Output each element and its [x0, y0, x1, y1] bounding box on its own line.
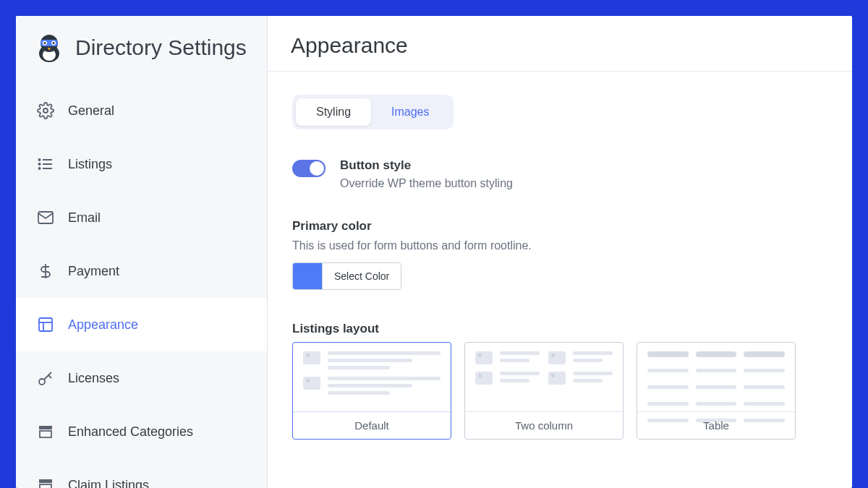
layout-option-two-column[interactable]: Two column: [464, 342, 624, 440]
sidebar-item-listings[interactable]: Listings: [16, 137, 267, 191]
sidebar-item-label: Listings: [68, 157, 112, 172]
select-color-button[interactable]: Select Color: [322, 263, 401, 289]
archive-icon: [36, 476, 55, 488]
button-style-row: Button style Override WP theme button st…: [292, 158, 827, 190]
dollar-icon: [36, 262, 55, 281]
layout-icon: [36, 315, 55, 334]
logo-icon: [33, 32, 65, 64]
sidebar-item-appearance[interactable]: Appearance: [16, 298, 267, 351]
button-style-desc: Override WP theme button styling: [340, 177, 513, 190]
layout-option-table[interactable]: Table: [637, 342, 796, 440]
svg-point-21: [39, 379, 45, 385]
layout-label: Default: [293, 412, 451, 439]
main-header: Appearance: [268, 16, 852, 72]
svg-rect-25: [40, 431, 51, 437]
app-window: Directory Settings General: [16, 16, 852, 488]
svg-point-9: [43, 108, 48, 113]
layout-label: Two column: [465, 412, 623, 439]
sidebar-item-label: Enhanced Categories: [68, 424, 193, 440]
sidebar-item-label: Claim Listings: [68, 478, 149, 489]
layout-label: Table: [637, 412, 795, 439]
sidebar-item-licenses[interactable]: Licenses: [16, 351, 267, 405]
listings-layout-section: Listings layout Default: [292, 322, 827, 440]
color-picker: Select Color: [292, 262, 401, 290]
sidebar-item-email[interactable]: Email: [16, 191, 267, 244]
tabs: Styling Images: [292, 95, 454, 129]
sidebar-item-claim-listings[interactable]: Claim Listings: [16, 458, 267, 488]
main-content: Styling Images Button style Override WP …: [268, 72, 852, 463]
sidebar-item-enhanced-categories[interactable]: Enhanced Categories: [16, 405, 267, 458]
svg-point-14: [39, 163, 41, 165]
listings-layout-title: Listings layout: [292, 322, 827, 336]
sidebar-item-label: Payment: [68, 264, 119, 279]
toggle-knob: [310, 161, 324, 176]
mail-icon: [36, 208, 55, 227]
list-icon: [36, 155, 55, 174]
sidebar-item-label: Licenses: [68, 371, 119, 386]
svg-point-13: [39, 159, 41, 160]
svg-line-22: [44, 372, 51, 380]
svg-rect-18: [39, 318, 52, 331]
layout-preview: [293, 343, 451, 412]
layout-options: Default: [292, 342, 827, 440]
sidebar-header: Directory Settings: [16, 16, 267, 80]
key-icon: [36, 369, 55, 388]
sidebar: Directory Settings General: [16, 16, 268, 488]
page-title: Appearance: [291, 33, 829, 58]
toggle-text: Button style Override WP theme button st…: [340, 158, 513, 190]
gear-icon: [36, 101, 55, 120]
primary-color-section: Primary color This is used for form butt…: [292, 219, 827, 322]
primary-color-title: Primary color: [292, 219, 827, 234]
sidebar-item-payment[interactable]: Payment: [16, 244, 267, 298]
svg-rect-27: [40, 484, 51, 488]
svg-line-23: [48, 375, 51, 378]
layout-preview: [465, 343, 623, 412]
color-swatch[interactable]: [293, 263, 322, 289]
svg-rect-26: [39, 479, 52, 483]
tab-images[interactable]: Images: [371, 98, 449, 126]
sidebar-item-label: Email: [68, 210, 101, 226]
sidebar-item-label: General: [68, 103, 114, 119]
svg-point-6: [44, 42, 46, 44]
sidebar-nav: General Listings Email: [16, 80, 267, 488]
layout-preview: [637, 343, 795, 412]
svg-point-15: [39, 168, 41, 169]
layout-option-default[interactable]: Default: [292, 342, 451, 440]
svg-rect-24: [39, 426, 52, 429]
sidebar-title: Directory Settings: [75, 35, 247, 60]
sidebar-item-general[interactable]: General: [16, 84, 267, 137]
svg-point-7: [53, 42, 55, 44]
main-panel: Appearance Styling Images Button style O…: [268, 16, 852, 488]
button-style-title: Button style: [340, 158, 513, 173]
tab-styling[interactable]: Styling: [296, 98, 371, 126]
button-style-toggle[interactable]: [292, 160, 326, 177]
sidebar-item-label: Appearance: [68, 317, 138, 333]
primary-color-desc: This is used for form buttons and form r…: [292, 239, 827, 252]
archive-icon: [36, 422, 55, 441]
